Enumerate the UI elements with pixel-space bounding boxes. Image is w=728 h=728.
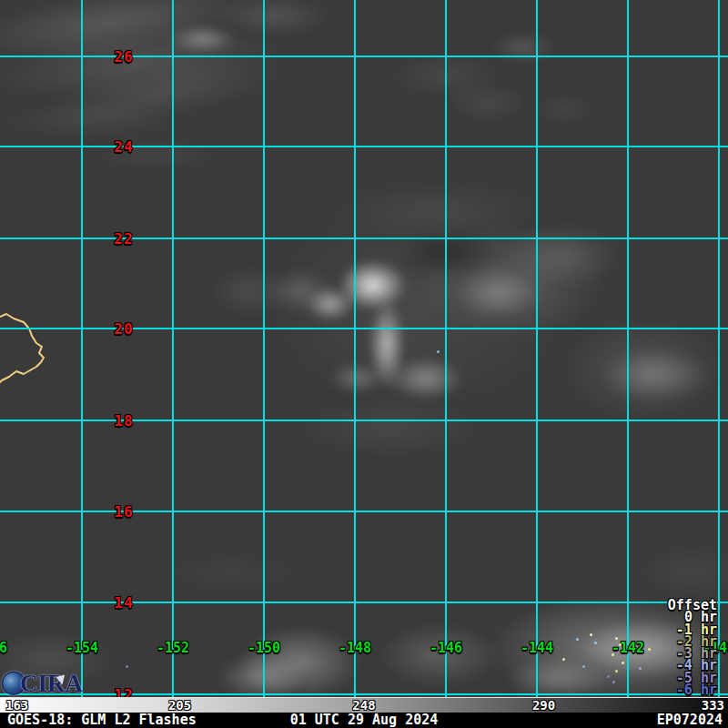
product-title: GOES-18: GLM L2 Flashes <box>7 713 197 728</box>
longitude-label--154: -154 <box>66 640 98 656</box>
timestamp: 01 UTC 29 Aug 2024 <box>290 713 439 728</box>
cloud-patch <box>209 264 291 318</box>
longitude-label--156: -156 <box>0 640 7 656</box>
cloud-patch <box>218 653 305 697</box>
latitude-label-14: 14 <box>114 594 133 612</box>
colorbar-label-248: 248 <box>352 698 375 713</box>
cloud-patch <box>601 348 710 402</box>
lightning-flash <box>639 667 642 670</box>
storm-id: EP072024 <box>657 713 723 728</box>
cloud-patch <box>528 91 601 127</box>
lightning-flash <box>582 665 585 668</box>
latitude-label-18: 18 <box>114 412 133 430</box>
brightness-colorbar: 163205248290333 <box>0 697 728 713</box>
lightning-flash <box>615 637 618 640</box>
offset-legend: Offset 0 hr-1 hr-2 hr-3 hr-4 hr-5 hr-6 h… <box>668 600 717 696</box>
longitude-line--142 <box>627 0 629 697</box>
longitude-line--150 <box>263 0 265 697</box>
cloud-patch <box>491 32 555 64</box>
latitude-label-26: 26 <box>114 48 133 66</box>
hawaii-coastline <box>0 300 64 391</box>
cloud-patch <box>387 357 464 400</box>
latitude-line-12 <box>0 693 728 695</box>
latitude-label-20: 20 <box>114 320 133 338</box>
lightning-flash <box>562 658 565 661</box>
latitude-label-16: 16 <box>114 503 133 521</box>
longitude-line--146 <box>445 0 447 697</box>
lightning-flash <box>576 638 579 641</box>
cloud-patch <box>291 396 491 460</box>
cloud-patch <box>632 541 728 601</box>
longitude-line--148 <box>354 0 356 697</box>
cloud-patch <box>505 223 623 287</box>
latitude-line-18 <box>0 420 728 421</box>
cloud-patch <box>441 82 532 123</box>
latitude-line-14 <box>0 602 728 603</box>
latitude-line-20 <box>0 328 728 329</box>
cloud-patch <box>0 100 191 141</box>
latitude-line-22 <box>0 238 728 239</box>
longitude-label--146: -146 <box>430 640 462 656</box>
lightning-flash <box>437 350 440 353</box>
satellite-viewer: 2624222018161412-156-154-152-150-148-146… <box>0 0 728 728</box>
lightning-flash <box>612 653 614 656</box>
longitude-label--142: -142 <box>612 640 644 656</box>
status-bar: GOES-18: GLM L2 Flashes 01 UTC 29 Aug 20… <box>0 713 728 728</box>
lightning-flash <box>590 633 592 636</box>
longitude-label--144: -144 <box>521 640 553 656</box>
cloud-patch <box>329 362 384 394</box>
cira-logo: CIRA <box>2 671 83 696</box>
cloud-patch <box>505 657 610 697</box>
longitude-line--154 <box>81 0 83 697</box>
colorbar-label-290: 290 <box>532 698 555 713</box>
latitude-label-22: 22 <box>114 230 133 248</box>
lightning-flash <box>594 642 597 644</box>
longitude-label--152: -152 <box>157 640 189 656</box>
longitude-label--150: -150 <box>248 640 280 656</box>
latitude-line-24 <box>0 146 728 147</box>
longitude-line--144 <box>536 0 538 697</box>
lightning-flash <box>648 648 651 651</box>
cira-logo-text: CIRA <box>20 672 83 695</box>
lightning-flash <box>612 681 615 683</box>
latitude-line-16 <box>0 511 728 512</box>
cloud-patch <box>82 136 228 173</box>
latitude-line-26 <box>0 56 728 57</box>
latitude-label-12: 12 <box>114 686 133 698</box>
colorbar-label-333: 333 <box>702 698 724 713</box>
latitude-label-24: 24 <box>114 138 133 156</box>
longitude-line--152 <box>172 0 174 697</box>
longitude-line--140 <box>718 0 720 697</box>
legend-entry--6hr: -6 hr <box>668 684 717 696</box>
lightning-flash <box>619 643 622 646</box>
satellite-image: 2624222018161412-156-154-152-150-148-146… <box>0 0 728 697</box>
lightning-flash <box>607 675 610 678</box>
colorbar-label-163: 163 <box>5 698 28 713</box>
colorbar-label-205: 205 <box>168 698 191 713</box>
lightning-flash <box>622 662 624 664</box>
lightning-flash <box>615 670 618 672</box>
cloud-patch <box>214 0 332 36</box>
cloud-patch <box>155 551 309 596</box>
lightning-flash <box>126 665 128 668</box>
longitude-label--148: -148 <box>339 640 371 656</box>
